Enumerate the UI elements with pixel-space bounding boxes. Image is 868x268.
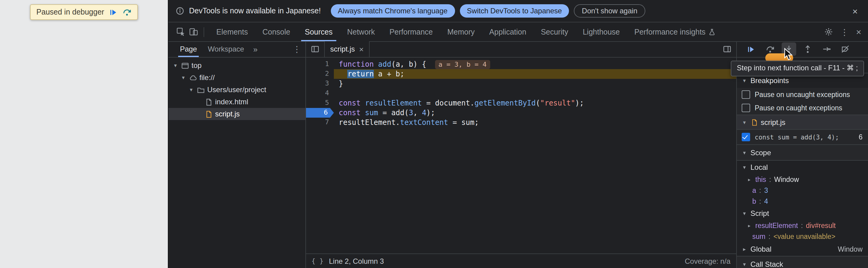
line-number[interactable]: 3 [306,79,334,89]
pause-uncaught-exceptions-toggle[interactable]: Pause on uncaught exceptions [737,88,868,101]
panel-tabs: ElementsConsoleSourcesNetworkPerformance… [209,23,723,41]
tree-item-index-html[interactable]: index.html [168,96,305,108]
pause-caught-exceptions-toggle[interactable]: Pause on caught exceptions [737,101,868,115]
step-out-icon[interactable] [800,42,815,56]
code-line[interactable] [334,89,736,98]
match-chrome-language-button[interactable]: Always match Chrome's language [331,4,455,18]
toggle-debugger-sidebar-icon[interactable] [718,45,736,53]
code-line[interactable]: } [334,79,736,89]
more-tabs-icon[interactable]: » [251,44,260,54]
chevron-right-icon: ▸ [746,223,752,228]
navigator-menu-icon[interactable]: ⋮ [291,44,303,54]
tab-label: Application [489,28,526,36]
code-line[interactable]: return a + b; [334,69,736,79]
code-lines: function add(a, b) {a = 3, b = 4 return … [334,58,736,254]
tree-item-file-[interactable]: ▾file:// [168,71,305,84]
tab-elements[interactable]: Elements [209,23,255,41]
tab-network[interactable]: Network [340,23,382,41]
breakpoint-code: const sum = add(3, 4); [755,133,839,141]
checkbox-unchecked[interactable] [741,90,750,99]
scope-var-value: div#result [806,222,836,229]
toolbar-right: ⋮ × [822,26,863,38]
inspect-element-icon[interactable] [175,26,187,38]
editor-statusbar: { } Line 2, Column 3 Coverage: n/a [306,254,736,268]
tree-item-users-user-project[interactable]: ▾Users/user/project [168,84,305,96]
scope-group-local[interactable]: ▾ Local [737,161,868,174]
tab-performance[interactable]: Performance [382,23,440,41]
device-toolbar-icon[interactable] [187,26,200,38]
chevron-right-icon: ▸ [741,246,747,252]
code-editor[interactable]: 1234567 function add(a, b) {a = 3, b = 4… [306,58,736,254]
sources-navigator-pane: Page Workspace » ⋮ ▾top▾file://▾Users/us… [168,41,306,268]
step-icon[interactable] [819,42,833,56]
debugger-controls [737,41,868,58]
chevron-down-icon: ▾ [741,119,747,125]
editor-tab-scriptjs[interactable]: script.js × [324,41,370,57]
code-line[interactable]: const resultElement = document.getElemen… [334,98,736,108]
scope-group-global[interactable]: ▸ Global Window [737,242,868,256]
tab-close-icon[interactable]: × [359,44,364,54]
tree-item-top[interactable]: ▾top [168,59,305,71]
tab-sources[interactable]: Sources [298,23,340,41]
devtools-window: DevTools is now available in Japanese! A… [168,0,868,268]
main-toolbar: ElementsConsoleSourcesNetworkPerformance… [168,23,868,42]
scope-var-this[interactable]: ▸ this: Window [737,174,868,185]
step-over-icon[interactable] [123,8,131,17]
frame-icon [181,62,189,69]
chevron-down-icon: ▾ [741,78,747,84]
tab-application[interactable]: Application [482,23,533,41]
scope-section-header[interactable]: ▾ Scope [737,145,868,161]
scope-var-value: <value unavailable> [773,233,836,240]
scope-var-resultelement[interactable]: ▸ resultElement: div#result [737,220,868,231]
screen: Paused in debugger DevTools is now avail… [0,0,868,268]
code-line[interactable]: function add(a, b) {a = 3, b = 4 [334,59,736,69]
tab-performance-insights[interactable]: Performance insights [627,23,723,41]
resume-script-icon[interactable] [110,8,118,16]
line-number[interactable]: 4 [306,89,334,98]
pretty-print-icon[interactable]: { } [311,257,323,265]
tab-security[interactable]: Security [533,23,575,41]
infobar-close-icon[interactable]: × [849,5,861,17]
editor-pane: script.js × 1234567 function add(a, b) {… [306,41,736,268]
folder-icon [197,86,205,94]
cursor-position-label: Line 2, Column 3 [329,257,384,265]
tab-memory[interactable]: Memory [440,23,482,41]
scope-group-label: Global [750,245,771,253]
toggle-navigator-icon[interactable] [306,45,324,53]
scope-var-sum: sum: <value unavailable> [737,231,868,242]
file-tree: ▾top▾file://▾Users/user/projectindex.htm… [168,58,305,120]
checkbox-unchecked[interactable] [741,104,750,112]
deactivate-breakpoints-icon[interactable] [838,42,852,56]
more-options-icon[interactable]: ⋮ [838,27,850,37]
line-number[interactable]: 7 [306,118,334,127]
line-number[interactable]: 1 [306,59,334,69]
call-stack-section-header[interactable]: ▾ Call Stack [737,256,868,268]
devtools-close-icon[interactable]: × [854,27,863,37]
file-icon [205,98,213,106]
resume-icon[interactable] [744,42,758,56]
switch-to-japanese-button[interactable]: Switch DevTools to Japanese [460,4,569,18]
line-number[interactable]: 5 [306,98,334,108]
code-line[interactable]: const sum = add(3, 4); [334,108,736,118]
tab-lighthouse[interactable]: Lighthouse [575,23,627,41]
toggle-label: Pause on caught exceptions [755,104,842,112]
breakpoint-marker[interactable]: 6 [306,108,334,118]
scope-var-value: Window [774,176,799,183]
breakpoint-entry[interactable]: const sum = add(3, 4); 6 [737,130,868,145]
code-line[interactable]: resultElement.textContent = sum; [334,118,736,127]
breakpoint-file-group[interactable]: ▾ script.js [737,115,868,130]
infobar: DevTools is now available in Japanese! A… [168,0,868,23]
settings-gear-icon[interactable] [822,26,835,38]
tab-page[interactable]: Page [176,41,201,57]
dont-show-again-button[interactable]: Don't show again [574,4,645,18]
breakpoint-file-name: script.js [761,118,785,126]
tab-label: Memory [447,28,475,36]
tab-label: Performance [389,28,433,36]
checkbox-checked[interactable] [741,133,750,141]
scope-group-script[interactable]: ▾ Script [737,207,868,220]
line-number[interactable]: 2 [306,69,334,79]
tree-item-script-js[interactable]: script.js [168,108,305,120]
tab-workspace[interactable]: Workspace [204,41,248,57]
tab-console[interactable]: Console [255,23,298,41]
scope-group-label: Script [750,209,769,218]
